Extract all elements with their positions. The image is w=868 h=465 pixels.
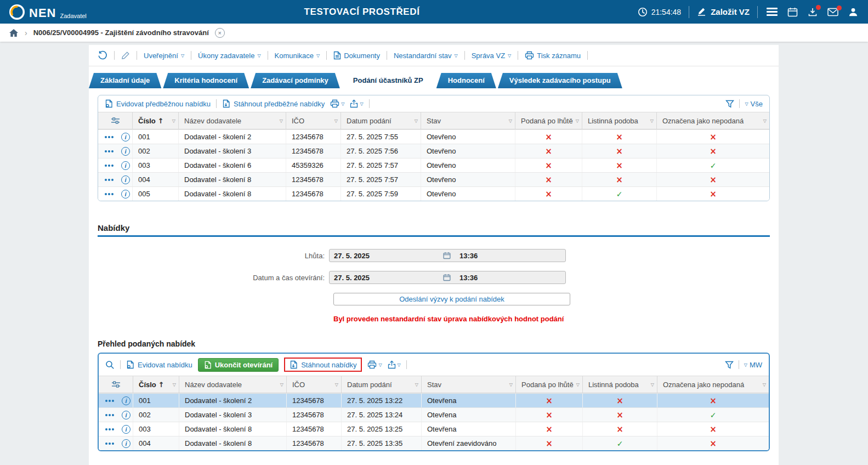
column-header-datum-podani[interactable]: Datum podání▽ [341,112,421,129]
filter-caret-icon[interactable]: ▽ [651,382,654,387]
row-actions-icon[interactable] [105,443,115,445]
evidovat-predbeznou-nabidku-button[interactable]: Evidovat předběžnou nabídku [105,99,211,108]
print-table-button[interactable]: ▽ [367,360,382,369]
filter-caret-icon[interactable]: ▽ [173,382,176,387]
filter-caret-icon[interactable]: ▽ [280,382,283,387]
opening-field[interactable]: 27. 5. 2025 13:36 [329,271,566,284]
column-header-oznacena-jako-nepodana[interactable]: Označena jako nepodaná▽ [657,376,769,393]
row-actions-icon[interactable] [105,165,115,167]
column-header-cislo[interactable]: Číslo↑▽ [132,112,178,129]
table-row[interactable]: i 003 Dodavatel - školení 6 45359326 27.… [98,158,769,172]
calendar-picker-icon[interactable] [440,274,454,281]
menu-ukony-zadavatele[interactable]: Úkony zadavatele▽ [198,52,261,60]
row-info-icon[interactable]: i [122,411,131,419]
filter-caret-icon[interactable]: ▽ [576,382,580,387]
filter-caret-icon[interactable]: ▽ [763,382,766,387]
export-table-button[interactable]: ▽ [350,99,363,108]
column-header-stav[interactable]: Stav▽ [421,112,515,129]
row-info-icon[interactable]: i [121,161,130,170]
filter-caret-icon[interactable]: ▽ [335,382,338,387]
filter-caret-icon[interactable]: ▽ [576,118,579,123]
row-info-icon[interactable]: i [122,439,131,448]
ukoncit-oteviranie-button[interactable]: Ukončit otevírání [198,358,279,372]
view-selector[interactable]: ▽ Vše [745,100,763,108]
row-info-icon[interactable]: i [121,175,130,184]
row-actions-icon[interactable] [105,150,115,152]
row-actions-icon[interactable] [105,179,115,181]
export-table-button[interactable]: ▽ [388,360,401,369]
row-actions-icon[interactable] [105,193,115,195]
filter-icon[interactable] [725,361,734,369]
menu-uverejneni[interactable]: Uveřejnění▽ [144,52,184,60]
view-selector[interactable]: ▽ MW [744,361,762,369]
column-header-nazev-dodavatele[interactable]: Název dodavatele▽ [178,112,286,129]
row-info-icon[interactable]: i [121,190,130,199]
filter-caret-icon[interactable]: ▽ [763,118,767,123]
stahnout-nabidky-button[interactable]: Stáhnout nabídky [290,360,356,369]
column-header-datum-podani[interactable]: Datum podání▽ [341,376,421,393]
tab-zakladni-udaje[interactable]: Základní údaje [89,73,161,88]
column-header-ico[interactable]: IČO▽ [286,376,341,393]
tab-vysledek[interactable]: Výsledek zadávacího postupu [498,73,622,88]
filter-caret-icon[interactable]: ▽ [280,118,283,123]
row-actions-icon[interactable] [105,428,115,430]
deadline-date-value[interactable]: 27. 5. 2025 [330,252,440,260]
filter-caret-icon[interactable]: ▽ [172,118,175,123]
filter-caret-icon[interactable]: ▽ [415,382,418,387]
tab-podani-ucastniku[interactable]: Podání účastníků ZP [342,73,435,88]
opening-date-value[interactable]: 27. 5. 2025 [330,274,440,282]
column-header-oznacena-jako-nepodana[interactable]: Označena jako nepodaná▽ [656,112,769,129]
table-row[interactable]: i 002 Dodavatel - školení 3 12345678 27.… [98,144,769,158]
deadline-field[interactable]: 27. 5. 2025 13:36 [329,249,566,262]
close-record-icon[interactable]: × [215,28,225,38]
calendar-icon[interactable] [786,7,799,17]
column-header-podana-po-lhute[interactable]: Podaná po lhůtě▽ [515,376,582,393]
print-table-button[interactable]: ▽ [330,99,344,108]
brand[interactable]: NEN Zadavatel [9,4,87,20]
edit-record-icon[interactable] [121,51,130,60]
table-row[interactable]: i 001 Dodavatel - školení 2 12345678 27.… [98,129,769,144]
tab-zadavaci-podminky[interactable]: Zadávací podmínky [251,73,340,88]
table-row[interactable]: i 003 Dodavatel - školení 8 12345678 27.… [99,422,769,436]
filter-caret-icon[interactable]: ▽ [509,382,513,387]
column-header-listinna-podoba[interactable]: Listinná podoba▽ [582,112,656,129]
filter-caret-icon[interactable]: ▽ [415,118,418,123]
calendar-picker-icon[interactable] [440,252,454,259]
column-header-ico[interactable]: IČO▽ [286,112,341,129]
tab-hodnoceni[interactable]: Hodnocení [436,73,496,88]
table-row[interactable]: i 002 Dodavatel - školení 3 12345678 27.… [99,407,769,422]
filter-caret-icon[interactable]: ▽ [334,118,338,123]
stahnout-predbezne-nabidky-button[interactable]: Stáhnout předběžné nabídky [222,99,325,108]
deadline-time-value[interactable]: 13:36 [454,252,565,260]
opening-time-value[interactable]: 13:36 [454,274,565,282]
row-info-icon[interactable]: i [121,147,130,156]
create-vz-button[interactable]: Založit VZ [697,7,750,16]
breadcrumb-record[interactable]: N006/25/V00004995 - Zajištění závodního … [33,29,209,37]
column-header-nazev-dodavatele[interactable]: Název dodavatele▽ [179,376,286,393]
table-row[interactable]: i 004 Dodavatel - školení 8 12345678 27.… [98,172,769,186]
filter-caret-icon[interactable]: ▽ [509,118,512,123]
row-info-icon[interactable]: i [122,396,131,405]
filter-caret-icon[interactable]: ▽ [650,118,654,123]
row-actions-icon[interactable] [105,136,115,138]
user-profile-icon[interactable] [847,7,859,17]
menu-dokumenty[interactable]: Dokumenty [333,51,380,60]
column-chooser-icon[interactable] [98,112,132,129]
menu-tisk-zaznamu[interactable]: Tisk záznamu [525,51,581,60]
filter-icon[interactable] [725,100,734,108]
tab-kriteria-hodnoceni[interactable]: Kritéria hodnocení [163,73,249,88]
column-header-stav[interactable]: Stav▽ [421,376,515,393]
column-header-cislo[interactable]: Číslo↑▽ [133,376,179,393]
menu-hamburger-icon[interactable] [765,5,779,18]
table-row[interactable]: i 004 Dodavatel - školení 8 12345678 27.… [99,436,769,450]
menu-komunikace[interactable]: Komunikace▽ [275,52,320,60]
row-info-icon[interactable]: i [121,133,130,141]
row-actions-icon[interactable] [105,400,115,402]
messages-icon[interactable] [826,8,839,16]
menu-nestandardni-stav[interactable]: Nestandardní stav▽ [394,52,458,60]
history-icon[interactable] [98,50,107,60]
evidovat-nabidku-button[interactable]: Evidovat nabídku [126,360,192,369]
column-header-listinna-podoba[interactable]: Listinná podoba▽ [582,376,657,393]
column-chooser-icon[interactable] [99,376,133,393]
row-actions-icon[interactable] [105,414,115,416]
